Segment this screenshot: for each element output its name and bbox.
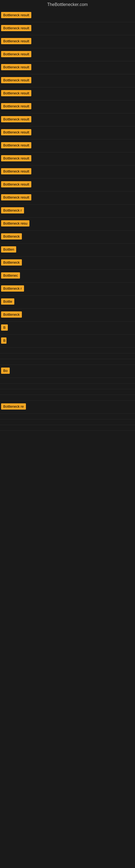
bottleneck-result-badge[interactable]: Bottleneck result	[1, 77, 31, 83]
site-header: TheBottlenecker.com	[0, 0, 135, 9]
list-item	[0, 395, 135, 401]
list-item: Bottleneck result	[0, 152, 135, 165]
bottleneck-result-badge[interactable]: Bottle	[1, 299, 14, 305]
list-item: Bottleneck r	[0, 205, 135, 218]
list-item: Bo	[0, 365, 135, 378]
list-item: Bottleneck result	[0, 87, 135, 100]
list-item	[0, 359, 135, 365]
list-item	[0, 425, 135, 431]
bottleneck-result-badge[interactable]: Bottleneck result	[1, 181, 31, 187]
bottleneck-result-badge[interactable]: Bottlenec	[1, 272, 20, 279]
bottleneck-result-badge[interactable]: Bottleneck result	[1, 25, 31, 31]
bottleneck-result-badge[interactable]: Bo	[1, 368, 10, 374]
list-item: Bottleneck	[0, 309, 135, 322]
bottleneck-result-badge[interactable]: Bottleneck r	[1, 285, 24, 291]
bottleneck-result-badge[interactable]: Bottleneck result	[1, 168, 31, 175]
list-item	[0, 389, 135, 395]
list-item: Bottle	[0, 296, 135, 309]
bottleneck-result-badge[interactable]: Bottleneck result	[1, 38, 31, 44]
bottleneck-result-badge[interactable]: B	[1, 337, 6, 344]
bottleneck-result-badge[interactable]: Bottleneck result	[1, 116, 31, 122]
bottleneck-result-badge[interactable]: Bottleneck	[1, 259, 22, 266]
list-item: Bottleneck	[0, 230, 135, 244]
bottleneck-result-badge[interactable]: Bottleneck result	[1, 194, 31, 200]
bottleneck-result-badge[interactable]: Bottleneck result	[1, 129, 31, 135]
list-item: Bottleneck result	[0, 100, 135, 113]
list-item: Bottleneck result	[0, 126, 135, 140]
results-list: Bottleneck resultBottleneck resultBottle…	[0, 9, 135, 431]
list-item: Bottleneck r	[0, 283, 135, 296]
list-item	[0, 420, 135, 425]
bottleneck-result-badge[interactable]: Bottleneck result	[1, 155, 31, 161]
list-item: Bottleneck re	[0, 401, 135, 414]
bottleneck-result-badge[interactable]: Bottleneck result	[1, 90, 31, 96]
list-item	[0, 378, 135, 383]
bottleneck-result-badge[interactable]: Bottleneck result	[1, 51, 31, 57]
bottleneck-result-badge[interactable]: Bottleneck	[1, 233, 22, 240]
list-item	[0, 353, 135, 359]
list-item: Bottleneck result	[0, 61, 135, 74]
list-item: Bottleneck result	[0, 9, 135, 22]
list-item	[0, 348, 135, 353]
list-item: Bottleneck result	[0, 22, 135, 35]
list-item: Bottleneck result	[0, 74, 135, 87]
list-item: Bottleneck result	[0, 179, 135, 191]
list-item: B	[0, 335, 135, 348]
list-item: Bottleneck result	[0, 35, 135, 48]
list-item: Bottleneck result	[0, 113, 135, 126]
bottleneck-result-badge[interactable]: Bottleneck result	[1, 64, 31, 70]
bottleneck-result-badge[interactable]: Bottleneck result	[1, 103, 31, 109]
bottleneck-result-badge[interactable]: Bottleneck result	[1, 142, 31, 148]
bottleneck-result-badge[interactable]: Bottleneck	[1, 311, 22, 318]
bottleneck-result-badge[interactable]: B	[1, 324, 8, 331]
bottleneck-result-badge[interactable]: Bottleneck r	[1, 207, 24, 214]
list-item: B	[0, 322, 135, 335]
list-item: Bottleneck resu	[0, 218, 135, 230]
site-title: TheBottlenecker.com	[0, 0, 135, 9]
list-item: Bottleneck	[0, 257, 135, 270]
list-item: Bottlenec	[0, 270, 135, 283]
list-item: Bottleneck result	[0, 140, 135, 152]
bottleneck-result-badge[interactable]: Bottleneck re	[1, 403, 26, 410]
bottleneck-result-badge[interactable]: Bottlen	[1, 246, 16, 252]
bottleneck-result-badge[interactable]: Bottleneck resu	[1, 220, 30, 226]
list-item: Bottleneck result	[0, 48, 135, 61]
list-item: Bottleneck result	[0, 191, 135, 205]
list-item: Bottlen	[0, 244, 135, 257]
list-item: Bottleneck result	[0, 165, 135, 179]
list-item	[0, 414, 135, 420]
list-item	[0, 383, 135, 389]
bottleneck-result-badge[interactable]: Bottleneck result	[1, 12, 31, 18]
